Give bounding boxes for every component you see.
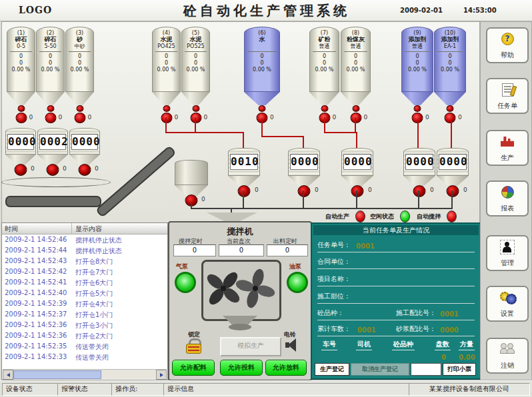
scroll-right-icon[interactable] [156, 370, 167, 380]
pipe [261, 136, 303, 137]
operator-cell: 操作员: [111, 383, 166, 396]
pipe [165, 117, 167, 133]
aggregate-scale-2: 0002 0 [37, 128, 68, 167]
padlock-icon [185, 338, 201, 353]
gate-indicator [447, 105, 454, 112]
log-row: 2009-2-1 14:52:37打开仓1小门 [2, 309, 167, 320]
log-header: 时间 显示内容 [2, 223, 167, 234]
pipe [261, 119, 263, 137]
pipe [418, 191, 419, 209]
silo-7: (7)矿粉普通000.00 % 0 [309, 27, 339, 128]
ratio-value: 0001 [440, 310, 459, 318]
idle-state-led [400, 210, 410, 222]
auto-production-led [355, 210, 365, 222]
status-label: 自动生产 [325, 212, 349, 221]
allow-feeding-button[interactable]: 允许投料 [220, 360, 263, 376]
task-panel-title: 当前任务单及生产情况 [313, 225, 479, 235]
silo-2: (2)碎石5-50000.00 % 0 [36, 27, 65, 128]
pipe [324, 132, 357, 133]
gate-indicator [192, 105, 199, 112]
allow-discharge-button[interactable]: 允许放料 [265, 360, 307, 376]
transfer-hopper: 0 [175, 160, 208, 198]
pans-value: 0 [441, 354, 446, 361]
mixer-panel: 搅拌机 搅拌定时 当前盘次 出料定时 0 0 0 气泵 油泵 [168, 221, 312, 381]
silo-9: (9)添加剂普通000.00 % 0 [401, 27, 433, 128]
log-row: 2009-2-1 14:52:36打开仓2大门 [2, 330, 167, 341]
discharge-timer-value: 0 [267, 244, 308, 256]
pipe [165, 132, 244, 133]
valve-icon [45, 113, 56, 123]
report-pie-icon [499, 185, 515, 200]
mixer-title: 搅拌机 [169, 226, 311, 238]
pipe [303, 191, 304, 209]
logo: LOGO [19, 5, 52, 15]
sidebar-item-help[interactable]: ? 帮助 [486, 27, 529, 63]
time-display: 14:53:00 [463, 7, 497, 14]
sidebar-item-management[interactable]: 管理 [486, 235, 529, 271]
production-table-header: 车号 司机 砼品种 盘数 方量 [317, 338, 475, 352]
sidebar-item-production[interactable]: 生产 [486, 130, 529, 166]
trucks-value: 0001 [357, 326, 376, 334]
task-order-row: 任务单号：0001 [317, 238, 475, 252]
sidebar-item-settings[interactable]: 设置 [486, 286, 529, 322]
log-scrollbar[interactable] [3, 369, 167, 379]
silo-10: (10)添加剂EA-1000.00 % 0 [434, 27, 466, 128]
valve-icon [15, 113, 27, 123]
help-icon: ? [499, 32, 515, 47]
sidebar-item-task-order[interactable]: 任务单 [486, 78, 529, 114]
production-factory-icon [499, 135, 515, 149]
silo-1: (1)碎石0-5000.00 % 0 [7, 27, 35, 128]
simulate-production-button[interactable]: 模拟生产 [220, 337, 281, 356]
logout-users-icon [499, 342, 515, 357]
company-cell: 某某搅拌设备制造有限公司 [409, 383, 530, 396]
admixture-scale-1: 0000 0 [403, 148, 435, 188]
valve-icon [47, 164, 59, 176]
gate-indicator [259, 105, 266, 112]
message-cell: 提示信息 [163, 383, 411, 396]
log-row: 2009-2-1 14:52:40打开仓5大门 [2, 288, 167, 298]
allow-batching-button[interactable]: 允许配料 [172, 360, 215, 376]
silo-5: (5)水泥PO525000.00 % 0 [181, 27, 210, 128]
status-bar: 设备状态 报警状态 操作员: 提示信息 某某搅拌设备制造有限公司 [0, 380, 532, 397]
production-register-button[interactable]: 生产登记 [315, 363, 349, 376]
oil-pump-indicator [287, 272, 308, 293]
pipe [417, 121, 419, 149]
log-row: 2009-2-1 14:52:42打开仓7大门 [2, 266, 167, 277]
valve-icon [74, 113, 85, 123]
task-order-icon [499, 83, 515, 97]
pipe [243, 191, 244, 209]
pipe [356, 191, 357, 209]
cancel-register-button[interactable]: 取消生产登记 [351, 363, 409, 376]
weight-display: 0000 [7, 134, 34, 150]
gate-indicator [414, 105, 421, 112]
mix-timer-value: 0 [173, 244, 216, 256]
sidebar-item-logout[interactable]: 注销 [486, 338, 529, 374]
flat-conveyor [5, 196, 101, 207]
alarm-status-cell: 报警状态 [57, 383, 114, 396]
task-panel: 当前任务单及生产情况 任务单号：0001 合同单位： 项目名称： 施工部位： 砼… [311, 222, 481, 380]
scrollbar-thumb[interactable] [13, 370, 101, 379]
pipe [451, 121, 452, 149]
weight-display: 0002 [39, 134, 66, 150]
pipe [303, 136, 304, 149]
task-order-value: 0001 [356, 242, 375, 250]
scroll-left-icon[interactable] [3, 370, 13, 380]
print-ticket-button[interactable]: 打印小票 [443, 363, 476, 376]
silo-3: (3)砂中砂000.00 % 0 [65, 27, 94, 128]
gate-indicator [163, 105, 170, 112]
pipe [243, 132, 244, 149]
gate-indicator [76, 105, 83, 112]
column-header-time: 时间 [5, 224, 18, 234]
valve-icon [413, 185, 426, 197]
log-row: 2009-2-1 14:52:43打开仓8大门 [2, 256, 167, 266]
silo-8: (8)粉煤灰普通000.00 % 0 [341, 27, 371, 128]
sidebar-item-reports[interactable]: 报表 [486, 181, 529, 216]
client-row: 合同单位： [317, 255, 475, 269]
weight-display: 0010 [230, 154, 258, 170]
weight-display: 0000 [71, 134, 98, 150]
gate-indicator [17, 105, 25, 112]
valve-icon [445, 113, 456, 123]
oil-pump-label: 油泵 [289, 262, 301, 271]
auto-mix-led [447, 210, 457, 222]
ticket-input[interactable] [411, 363, 441, 376]
